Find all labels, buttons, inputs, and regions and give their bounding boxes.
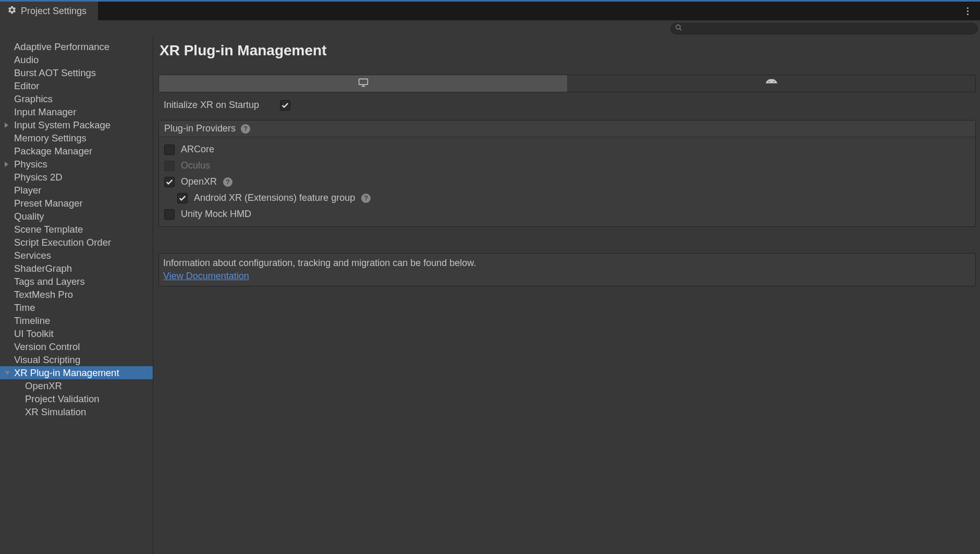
provider-checkbox[interactable] [164,177,175,187]
provider-row-oculus: Oculus [164,158,970,174]
providers-header: Plug-in Providers ? [159,121,975,137]
provider-checkbox[interactable] [164,209,175,220]
sidebar-item-editor[interactable]: Editor [0,79,153,92]
sidebar-item-tags-and-layers[interactable]: Tags and Layers [0,275,153,288]
gear-icon [7,5,17,17]
help-icon[interactable]: ? [223,177,232,187]
tab-android[interactable] [567,75,975,92]
sidebar: Adaptive PerformanceAudioBurst AOT Setti… [0,37,153,554]
initialize-checkbox[interactable] [280,100,290,111]
providers-section: Plug-in Providers ? ARCoreOculusOpenXR?A… [158,120,976,227]
sidebar-item-timeline[interactable]: Timeline [0,314,153,327]
page-title: XR Plug-in Management [160,42,976,59]
sidebar-item-services[interactable]: Services [0,249,153,262]
sidebar-item-input-manager[interactable]: Input Manager [0,105,153,118]
help-icon[interactable]: ? [361,194,371,203]
tab-standalone[interactable] [159,75,567,92]
provider-label: Unity Mock HMD [181,209,251,220]
android-icon [766,79,777,88]
sidebar-item-time[interactable]: Time [0,301,153,314]
provider-label: OpenXR [181,176,217,187]
toolbar [0,20,980,37]
sidebar-item-shadergraph[interactable]: ShaderGraph [0,262,153,275]
svg-point-0 [676,25,680,29]
sidebar-item-physics[interactable]: Physics [0,158,153,171]
provider-row-android-xr-extensions-feature-group: Android XR (Extensions) feature group? [164,190,970,206]
sidebar-item-script-execution-order[interactable]: Script Execution Order [0,236,153,249]
help-icon[interactable]: ? [241,124,250,134]
sidebar-item-player[interactable]: Player [0,184,153,197]
provider-checkbox [164,161,175,171]
content-area: XR Plug-in Management [153,37,980,554]
provider-row-unity-mock-hmd: Unity Mock HMD [164,206,970,222]
search-input[interactable] [670,23,978,34]
providers-header-label: Plug-in Providers [164,123,236,134]
sidebar-item-adaptive-performance[interactable]: Adaptive Performance [0,40,153,53]
sidebar-item-preset-manager[interactable]: Preset Manager [0,197,153,210]
provider-row-arcore: ARCore [164,141,970,158]
search-icon [675,24,682,33]
provider-label: Android XR (Extensions) feature group [194,192,355,203]
svg-rect-2 [359,79,368,85]
monitor-icon [358,77,369,90]
sidebar-item-input-system-package[interactable]: Input System Package [0,118,153,131]
view-documentation-link[interactable]: View Documentation [163,271,249,281]
sidebar-item-xr-plug-in-management[interactable]: XR Plug-in Management [0,366,153,379]
provider-checkbox[interactable] [164,144,175,155]
window-tab[interactable]: Project Settings [0,2,98,20]
sidebar-item-project-validation[interactable]: Project Validation [0,392,153,405]
provider-checkbox[interactable] [177,193,188,203]
sidebar-item-graphics[interactable]: Graphics [0,92,153,105]
titlebar: Project Settings [0,0,980,20]
sidebar-item-audio[interactable]: Audio [0,53,153,66]
sidebar-item-xr-simulation[interactable]: XR Simulation [0,405,153,418]
platform-tabs [158,75,976,92]
sidebar-item-burst-aot-settings[interactable]: Burst AOT Settings [0,66,153,79]
sidebar-item-scene-template[interactable]: Scene Template [0,223,153,236]
info-text: Information about configuration, trackin… [163,258,971,269]
kebab-icon[interactable] [962,6,973,16]
sidebar-item-physics-2d[interactable]: Physics 2D [0,171,153,184]
initialize-label: Initialize XR on Startup [164,100,259,111]
sidebar-item-visual-scripting[interactable]: Visual Scripting [0,353,153,366]
provider-label: Oculus [181,160,210,171]
sidebar-item-textmesh-pro[interactable]: TextMesh Pro [0,288,153,301]
sidebar-item-package-manager[interactable]: Package Manager [0,144,153,158]
sidebar-item-version-control[interactable]: Version Control [0,340,153,353]
info-section: Information about configuration, trackin… [158,253,976,286]
provider-label: ARCore [181,144,214,155]
svg-line-1 [680,29,682,31]
sidebar-item-ui-toolkit[interactable]: UI Toolkit [0,327,153,340]
initialize-row: Initialize XR on Startup [158,98,976,120]
sidebar-item-openxr[interactable]: OpenXR [0,379,153,392]
sidebar-item-quality[interactable]: Quality [0,210,153,223]
provider-row-openxr: OpenXR? [164,174,970,190]
sidebar-item-memory-settings[interactable]: Memory Settings [0,131,153,144]
tab-title: Project Settings [21,6,87,17]
